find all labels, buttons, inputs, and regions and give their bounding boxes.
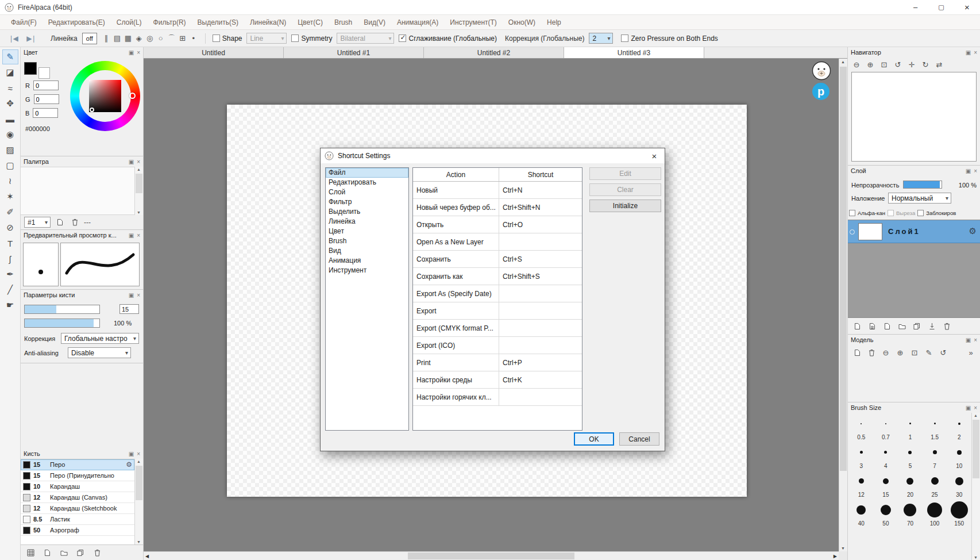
alpaca-mascot-icon[interactable] (812, 61, 831, 80)
duplicate-layer-button[interactable] (912, 321, 921, 331)
parallel-ruler-button[interactable]: ∥ (102, 33, 111, 44)
magic-wand-tool[interactable]: ✶ (2, 189, 18, 204)
add-blank-layer-button[interactable] (882, 321, 892, 331)
float-panel-icon[interactable]: ▣ (966, 405, 971, 411)
brush-size-option[interactable]: 20 (898, 470, 923, 499)
brush-size-option[interactable]: 1.5 (923, 413, 947, 442)
brush-size-option[interactable]: 2 (947, 413, 971, 442)
concentric-ruler-button[interactable]: ◎ (145, 33, 155, 44)
eyedropper-tool[interactable]: ╱ (2, 282, 18, 297)
smoothing-checkbox[interactable]: Сглаживание (Глобальные) (399, 34, 497, 43)
tab-1[interactable]: Untitled #1 (284, 47, 424, 58)
shortcut-row[interactable]: Open As a New Layer (413, 233, 582, 251)
correction-param-dropdown[interactable]: Глобальные настро (61, 333, 139, 344)
brush-grid-button[interactable] (26, 547, 35, 558)
palette-slot-dropdown[interactable]: #1 (24, 217, 51, 228)
brush-list-item[interactable]: 8.5Ластик (21, 514, 134, 525)
gradient-tool[interactable]: ▨ (2, 143, 18, 158)
add-lined-layer-button[interactable] (867, 321, 877, 331)
edit-button[interactable]: Edit (589, 167, 661, 180)
brush-size-option[interactable]: 1 (898, 413, 923, 442)
menu-item-4[interactable]: Фильтр(R) (148, 17, 191, 28)
brush-size-option[interactable]: 100 (923, 499, 947, 528)
color-wheel[interactable] (70, 61, 140, 131)
new-model-button[interactable] (852, 347, 862, 358)
tab-0[interactable]: Untitled (144, 47, 284, 58)
float-panel-icon[interactable]: ▣ (966, 49, 971, 56)
zoom-in-button[interactable]: ⊕ (866, 59, 875, 70)
brush-opacity-slider[interactable] (24, 319, 100, 328)
canvas-horizontal-scrollbar[interactable] (144, 551, 839, 560)
layer-item[interactable]: Слой1⚙ (848, 220, 980, 243)
prev-button[interactable] (6, 33, 20, 44)
curve-ruler-button[interactable]: ⌒ (167, 33, 176, 44)
brush-size-option[interactable]: 3 (849, 442, 874, 470)
hand-tool[interactable]: ☛ (2, 298, 18, 313)
brush-size-option[interactable]: 25 (923, 470, 947, 499)
secondary-color-swatch[interactable] (38, 67, 50, 79)
new-brush-button[interactable] (43, 547, 52, 558)
float-panel-icon[interactable]: ▣ (966, 337, 971, 343)
tab-3[interactable]: Untitled #3 (564, 47, 704, 58)
select-pen-tool[interactable]: ✐ (2, 205, 18, 220)
canvas-vertical-scrollbar[interactable] (839, 59, 847, 551)
layer-option-checkbox[interactable]: Выреза (888, 210, 915, 216)
lasso-tool[interactable]: ≀ (2, 174, 18, 189)
red-input[interactable] (33, 80, 59, 90)
delete-brush-button[interactable] (92, 547, 102, 558)
close-panel-icon[interactable]: × (974, 337, 977, 343)
brush-list-item[interactable]: 15Перо (Принудительно (21, 470, 134, 481)
canvas-viewport[interactable]: Shortcut Settings ФайлРедактироватьСлойФ… (144, 59, 847, 560)
zero-pressure-checkbox[interactable]: Zero Pressure on Both Ends (621, 34, 717, 43)
brush-size-option[interactable]: 40 (849, 499, 874, 528)
close-icon[interactable] (954, 0, 980, 14)
close-panel-icon[interactable]: × (137, 159, 140, 165)
brush-size-scrollbar[interactable] (971, 413, 980, 560)
brush-size-option[interactable]: 15 (874, 470, 898, 499)
close-panel-icon[interactable]: × (137, 292, 140, 298)
minimize-icon[interactable] (902, 0, 928, 14)
shortcut-row[interactable]: Новый через буфер об...Ctrl+Shift+N (413, 199, 582, 216)
layer-option-checkbox[interactable]: Заблокиров (917, 210, 956, 216)
shortcut-row[interactable]: СохранитьCtrl+S (413, 251, 582, 268)
model-edit-button[interactable]: ✎ (924, 347, 933, 358)
menu-item-10[interactable]: Анимация(A) (392, 17, 443, 28)
palette-scrollbar[interactable] (134, 167, 143, 215)
close-panel-icon[interactable]: × (974, 405, 977, 411)
layer-opacity-slider[interactable] (903, 181, 942, 189)
dot-ruler-button[interactable]: • (189, 33, 198, 44)
layer-visibility-icon[interactable] (850, 229, 855, 235)
brush-size-option[interactable]: 150 (947, 499, 971, 528)
ellipse-ruler-button[interactable]: ○ (156, 33, 165, 44)
next-button[interactable] (24, 33, 38, 44)
brush-size-option[interactable]: 12 (849, 470, 874, 499)
model-undo-button[interactable]: ↺ (939, 347, 948, 358)
green-input[interactable] (34, 94, 59, 104)
close-panel-icon[interactable]: × (137, 451, 140, 457)
brush-size-option[interactable]: 7 (923, 442, 947, 470)
brush-size-value-box[interactable]: 15 (119, 304, 139, 314)
zoom-out-button[interactable]: ⊖ (852, 59, 861, 70)
brush-list-item[interactable]: 12Карандаш (Canvas) (21, 492, 134, 503)
add-layer-button[interactable] (852, 321, 862, 331)
bucket-tool[interactable]: ◉ (2, 127, 18, 142)
dialog-category[interactable]: Слой (326, 187, 408, 197)
brush-list-item[interactable]: 12Карандаш (Sketchbook (21, 503, 134, 514)
palette-delete-button[interactable] (70, 217, 79, 228)
dialog-category[interactable]: Выделить (326, 207, 408, 217)
shortcut-row[interactable]: Export (CMYK format P... (413, 320, 582, 337)
maximize-icon[interactable] (928, 0, 954, 14)
perspective-ruler-button[interactable]: ◈ (134, 33, 144, 44)
crosshatch-ruler-button[interactable]: ▦ (124, 33, 133, 44)
cancel-button[interactable]: Cancel (619, 432, 659, 446)
dialog-close-icon[interactable] (645, 148, 663, 163)
brush-size-option[interactable]: 4 (874, 442, 898, 470)
float-panel-icon[interactable]: ▣ (129, 292, 134, 298)
close-panel-icon[interactable]: × (137, 49, 140, 56)
menu-item-2[interactable]: Редактировать(E) (43, 17, 110, 28)
float-panel-icon[interactable]: ▣ (129, 159, 134, 165)
shortcut-row[interactable]: Export (413, 302, 582, 320)
brush-list-scrollbar[interactable] (134, 459, 143, 544)
close-panel-icon[interactable]: × (974, 168, 977, 174)
shortcut-row[interactable]: Export (ICO) (413, 337, 582, 354)
